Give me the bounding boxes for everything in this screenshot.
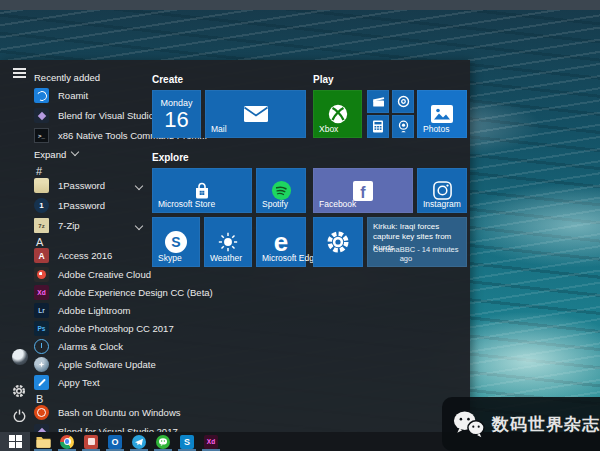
onepassword-icon (34, 198, 49, 213)
tile-cortana-news[interactable]: Kirkuk: Iraqi forces capture key sites f… (367, 217, 467, 267)
app-label: Adobe Photoshop CC 2017 (58, 323, 174, 334)
start-menu: Recently added Roamit Blend for Visual S… (0, 60, 470, 432)
windows-logo-icon (9, 435, 22, 448)
ubuntu-icon (34, 405, 49, 420)
app-label: 1Password (58, 180, 105, 191)
adobe-xd-icon (204, 435, 218, 449)
movies-tv-icon (367, 90, 389, 113)
app-list-item[interactable]: Adobe Photoshop CC 2017 (28, 321, 183, 338)
tile-label: Cortana (373, 245, 400, 263)
gear-icon (12, 384, 26, 398)
app-list-item[interactable]: Adobe Experience Design CC (Beta) (28, 285, 183, 302)
group-title-explore[interactable]: Explore (152, 152, 189, 163)
app-list-item[interactable]: Adobe Lightroom (28, 303, 183, 320)
disc-icon (392, 90, 414, 113)
chevron-down-icon (71, 148, 79, 156)
blend-icon (34, 424, 49, 432)
tile-facebook[interactable]: Facebook (313, 168, 413, 213)
tile-label: Microsoft Store (158, 199, 215, 209)
app-list-item[interactable]: Bash on Ubuntu on Windows (28, 405, 183, 422)
appy-text-icon (34, 375, 49, 390)
tile-mail[interactable]: Mail (205, 90, 306, 138)
taskbar-file-explorer[interactable] (32, 432, 54, 451)
taskbar-chrome[interactable] (56, 432, 78, 451)
recently-added-header: Recently added (34, 72, 100, 83)
tile-label: Microsoft Edge (262, 253, 319, 263)
taskbar-wechat[interactable] (152, 432, 174, 451)
tile-xbox[interactable]: Xbox (313, 90, 362, 138)
sevenzip-icon (34, 218, 49, 233)
gear-icon (313, 217, 363, 267)
tile-label: Photos (423, 124, 449, 134)
group-title-play[interactable]: Play (313, 74, 334, 85)
taskbar-outlook[interactable] (104, 432, 126, 451)
skype-icon (180, 435, 194, 449)
app-list-letter[interactable]: # (36, 165, 42, 177)
hamburger-icon (13, 72, 26, 74)
command-prompt-icon (34, 128, 49, 143)
app-list-item[interactable]: Blend for Visual Studio 2017 (28, 424, 183, 432)
app-label: Appy Text (58, 377, 100, 388)
access-icon (34, 248, 49, 263)
tile-weather[interactable]: Weather (204, 217, 252, 267)
app-list-item[interactable]: Apple Software Update (28, 357, 183, 374)
wechat-logo-icon (452, 410, 486, 438)
blend-icon (34, 108, 49, 123)
tile-calculator[interactable] (367, 115, 389, 138)
app-label: Access 2016 (58, 250, 112, 261)
expand-control[interactable]: Expand (34, 149, 66, 160)
power-icon (13, 409, 26, 422)
taskbar-telegram[interactable] (128, 432, 150, 451)
taskbar-skype[interactable] (176, 432, 198, 451)
app-list-letter[interactable]: A (36, 236, 43, 248)
watermark-text: 数码世界杂志 (492, 413, 600, 436)
app-list-item[interactable]: Adobe Creative Cloud (28, 267, 183, 284)
chevron-down-icon[interactable] (135, 222, 143, 230)
tile-label: Facebook (319, 199, 356, 209)
start-button[interactable] (0, 432, 30, 451)
outlook-icon (108, 435, 122, 449)
user-avatar (12, 349, 28, 365)
app-list-item[interactable]: Appy Text (28, 375, 183, 392)
taskbar-adobe-xd[interactable] (200, 432, 222, 451)
tile-instagram[interactable]: Instagram (417, 168, 467, 213)
tile-disc[interactable] (392, 90, 414, 113)
watermark-badge: 数码世界杂志 (442, 397, 600, 451)
folder-icon (34, 178, 49, 193)
adobe-xd-icon (34, 285, 49, 300)
app-label: Adobe Creative Cloud (58, 269, 151, 280)
camera-icon (392, 115, 414, 138)
tile-microsoft-store[interactable]: Microsoft Store (152, 168, 252, 213)
red-app-icon (84, 435, 98, 449)
app-list-item[interactable]: Alarms & Clock (28, 339, 183, 356)
folder-icon (36, 435, 51, 448)
chrome-icon (60, 435, 74, 449)
app-label: 1Password (58, 200, 105, 211)
tile-skype[interactable]: Skype (152, 217, 200, 267)
group-title-create[interactable]: Create (152, 74, 183, 85)
tile-camera[interactable] (392, 115, 414, 138)
tile-label: Mail (211, 124, 227, 134)
tile-settings[interactable] (313, 217, 363, 267)
tile-microsoft-edge[interactable]: Microsoft Edge (256, 217, 306, 267)
tile-label: Spotify (262, 199, 288, 209)
tile-photos[interactable]: Photos (417, 90, 467, 138)
apple-update-icon (34, 357, 49, 372)
chevron-down-icon[interactable] (135, 182, 143, 190)
wechat-icon (156, 435, 170, 449)
news-source: BBC - 14 minutes ago (400, 245, 462, 263)
alarm-clock-icon (34, 339, 49, 354)
tile-movies-tv[interactable] (367, 90, 389, 113)
taskbar-red-app[interactable] (80, 432, 102, 451)
calendar-date: 16 (152, 108, 201, 131)
tile-calendar[interactable]: Monday 16 (152, 90, 201, 138)
tile-spotify[interactable]: Spotify (256, 168, 306, 213)
tile-label: Xbox (319, 124, 338, 134)
menu-hamburger-button[interactable] (9, 68, 31, 86)
lightroom-icon (34, 303, 49, 318)
app-label: Adobe Experience Design CC (Beta) (58, 287, 213, 298)
app-label: Bash on Ubuntu on Windows (58, 407, 181, 418)
app-list-letter[interactable]: B (36, 393, 43, 405)
desktop: Recently added Roamit Blend for Visual S… (0, 0, 600, 451)
app-label: 7-Zip (58, 220, 80, 231)
